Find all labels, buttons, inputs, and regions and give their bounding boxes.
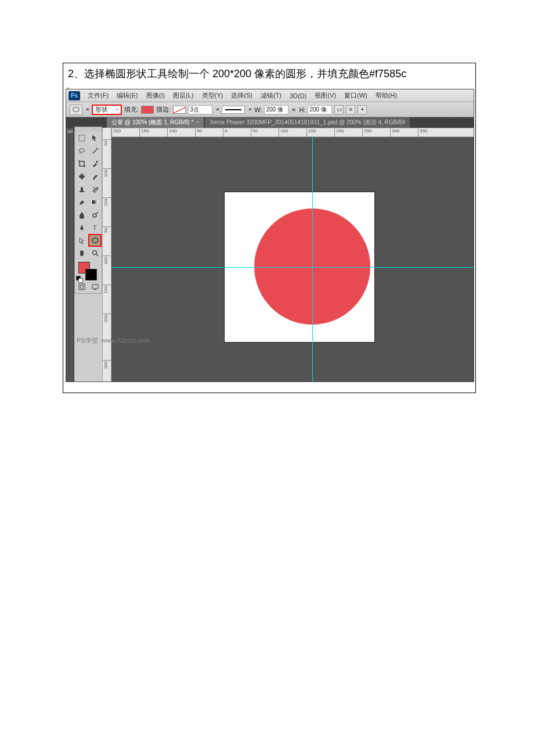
hruler-tick: 50 [195, 128, 202, 138]
dodge-tool-icon[interactable] [88, 208, 102, 221]
menu-type[interactable]: 类型(Y) [198, 91, 228, 100]
background-color-swatch[interactable] [85, 269, 97, 280]
more-options-button[interactable]: + [358, 105, 367, 114]
tool-preset-dropdown-icon[interactable] [86, 109, 89, 111]
link-wh-icon[interactable]: ⚭ [291, 106, 297, 114]
svg-rect-8 [92, 200, 98, 204]
height-label: H: [299, 106, 305, 113]
document-tab-2-title: Xerox Phaser 3200MFP_20140514181831_1.ps… [210, 119, 405, 125]
crop-tool-icon[interactable] [75, 157, 88, 170]
stroke-width-field[interactable]: 3点 [188, 105, 212, 114]
history-brush-tool-icon[interactable] [88, 183, 102, 196]
watermark-small-label: PS学堂 [77, 337, 98, 344]
gradient-tool-icon[interactable] [88, 196, 102, 208]
menu-layer[interactable]: 图层(L) [169, 91, 197, 100]
menu-select[interactable]: 选择(S) [227, 91, 257, 100]
hruler-tick: 300 [390, 128, 399, 138]
hruler-tick: 150 [306, 128, 316, 138]
tutorial-cell: 2、选择椭圆形状工具绘制一个 200*200 像素的圆形，并填充颜色#f7585… [63, 63, 476, 393]
shape-mode-select[interactable]: 形状 ÷ [92, 105, 122, 115]
width-label: W: [254, 106, 262, 113]
collapsed-panel-dock[interactable] [66, 128, 74, 381]
menu-file[interactable]: 文件(F) [84, 91, 113, 100]
toolbox-grip-icon[interactable] [75, 127, 102, 132]
svg-rect-15 [92, 285, 98, 289]
path-ops-button[interactable]: ▭ [334, 105, 344, 114]
path-select-tool-icon[interactable] [75, 234, 88, 247]
eyedropper-tool-icon[interactable] [88, 157, 102, 170]
svg-rect-0 [79, 135, 85, 141]
current-tool-icon[interactable] [70, 105, 82, 115]
app-logo-icon: Ps [68, 91, 80, 100]
horizontal-ruler[interactable]: 20015010050050100150200250300350 [111, 128, 474, 137]
stroke-style-select[interactable] [222, 106, 245, 114]
stroke-width-dropdown-icon[interactable] [216, 109, 219, 111]
menu-filter[interactable]: 滤镜(T) [257, 91, 286, 100]
svg-point-2 [96, 149, 98, 150]
type-tool-icon[interactable]: T [88, 221, 102, 234]
menu-edit[interactable]: 编辑(E) [113, 91, 142, 100]
toolbox: T [74, 127, 102, 294]
hand-tool-icon[interactable] [75, 247, 88, 260]
hruler-tick: 50 [251, 128, 258, 138]
height-field[interactable]: 200 像 [308, 105, 332, 114]
svg-rect-6 [80, 191, 84, 192]
watermark-small-url: www.52psxt.com [102, 337, 150, 344]
instruction-text: 2、选择椭圆形状工具绘制一个 200*200 像素的圆形，并填充颜色#f7585… [63, 63, 475, 83]
quickmask-icon[interactable] [75, 280, 88, 293]
marquee-tool-icon[interactable] [75, 132, 88, 145]
vruler-tick: 100 [103, 168, 112, 178]
svg-point-14 [80, 285, 84, 289]
shape-mode-label: 形状 [95, 105, 108, 114]
horizontal-guide[interactable] [111, 267, 474, 268]
zoom-tool-icon[interactable] [88, 247, 102, 260]
lasso-tool-icon[interactable] [75, 145, 88, 157]
svg-rect-3 [95, 161, 98, 163]
document-tab-1[interactable]: 公章 @ 100% (椭圆 1, RGB/8) *× [107, 117, 204, 128]
canvas-area[interactable]: www.bingdoc.com [111, 137, 474, 381]
hruler-tick: 250 [362, 128, 371, 138]
document-tab-bar: 公章 @ 100% (椭圆 1, RGB/8) *× Xerox Phaser … [66, 117, 474, 128]
document-tab-2[interactable]: Xerox Phaser 3200MFP_20140514181831_1.ps… [205, 117, 410, 128]
ellipse-shape-tool-icon[interactable] [88, 234, 102, 247]
hruler-tick: 0 [223, 128, 227, 138]
vruler-tick: 150 [103, 197, 112, 207]
menu-image[interactable]: 图像(I) [142, 91, 169, 100]
brush-tool-icon[interactable] [88, 170, 102, 183]
menu-bar: Ps 文件(F) 编辑(E) 图像(I) 图层(L) 类型(Y) 选择(S) 滤… [66, 89, 474, 102]
vertical-guide[interactable] [312, 137, 313, 381]
svg-point-9 [93, 214, 96, 217]
move-tool-icon[interactable] [88, 132, 102, 145]
eraser-tool-icon[interactable] [75, 196, 88, 208]
svg-rect-16 [94, 289, 96, 290]
menu-window[interactable]: 窗口(W) [340, 91, 371, 100]
vruler-tick: 150 [103, 285, 112, 294]
menu-view[interactable]: 视图(V) [311, 91, 340, 100]
blur-tool-icon[interactable] [75, 208, 88, 221]
hruler-tick: 150 [139, 128, 149, 138]
close-icon[interactable]: × [196, 119, 199, 125]
stroke-label: 描边: [156, 105, 171, 114]
stroke-color-swatch[interactable] [173, 106, 186, 114]
healing-brush-tool-icon[interactable] [75, 170, 88, 183]
fill-color-swatch[interactable] [141, 106, 154, 114]
menu-3d[interactable]: 3D(D) [286, 92, 311, 99]
hruler-tick: 100 [167, 128, 176, 138]
hruler-tick: 200 [334, 128, 344, 138]
vruler-tick: 50 [103, 139, 112, 146]
hruler-tick: 100 [279, 128, 288, 138]
hruler-tick: 200 [111, 128, 121, 138]
stamp-tool-icon[interactable] [75, 183, 88, 196]
screenmode-icon[interactable] [88, 280, 102, 293]
width-field[interactable]: 200 像 [264, 105, 288, 114]
stroke-style-dropdown-icon[interactable] [248, 109, 252, 111]
menu-help[interactable]: 帮助(H) [371, 91, 401, 100]
pen-tool-icon[interactable] [75, 221, 88, 234]
align-button[interactable]: ≡ [346, 105, 355, 114]
svg-point-12 [92, 251, 96, 255]
svg-point-11 [92, 238, 98, 243]
svg-point-1 [79, 149, 85, 152]
vruler-tick: 100 [103, 255, 112, 265]
color-swatches[interactable] [75, 260, 102, 280]
magic-wand-tool-icon[interactable] [88, 145, 102, 157]
